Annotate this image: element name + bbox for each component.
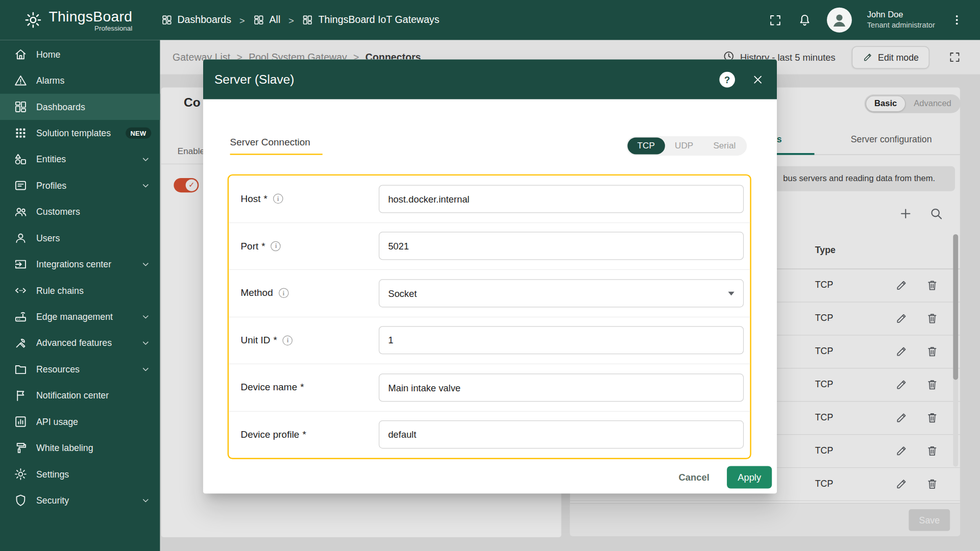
form-row-host: Host*ihost.docker.internal	[229, 176, 750, 222]
device-profile-input[interactable]: default	[379, 420, 744, 448]
sidebar-item-label: Home	[36, 49, 60, 60]
sidebar-item-resources[interactable]: Resources	[0, 356, 160, 382]
chevron-down-icon	[140, 337, 151, 348]
field-label: Methodi	[240, 288, 379, 299]
sidebar-item-white-labeling[interactable]: White labeling	[0, 435, 160, 461]
sidebar-item-label: Notification center	[36, 390, 109, 400]
sidebar-item-notification-center[interactable]: Notification center	[0, 382, 160, 408]
paint-icon	[14, 441, 28, 455]
dashboards-icon	[161, 14, 173, 26]
home-icon	[14, 47, 28, 61]
dashboards-icon	[302, 14, 313, 26]
sidebar-item-dashboards[interactable]: Dashboards	[0, 94, 160, 120]
sidebar-item-label: Resources	[36, 364, 80, 374]
fullscreen-icon[interactable]	[768, 13, 782, 27]
sidebar-item-label: White labeling	[36, 443, 93, 453]
protocol-toggle-group: TCPUDPSerial	[626, 136, 747, 156]
field-label: Device profile*	[240, 429, 379, 440]
notifications-bell-icon[interactable]	[798, 13, 812, 27]
breadcrumb-thingsboard-iot-gateways[interactable]: ThingsBoard IoT Gateways	[302, 14, 439, 26]
protocol-tab-udp[interactable]: UDP	[665, 137, 703, 154]
protocol-tab-serial[interactable]: Serial	[703, 137, 746, 154]
sidebar-item-profiles[interactable]: Profiles	[0, 172, 160, 198]
field-value: Socket	[388, 288, 416, 298]
sidebar-item-edge-management[interactable]: Edge management	[0, 304, 160, 330]
host-input[interactable]: host.docker.internal	[379, 185, 744, 213]
server-connection-form: Host*ihost.docker.internalPort*i5021Meth…	[228, 174, 751, 459]
alarm-icon	[14, 73, 28, 87]
kebab-menu-icon[interactable]	[950, 13, 964, 27]
sidebar-item-customers[interactable]: Customers	[0, 198, 160, 224]
shield-icon	[14, 493, 28, 507]
topbar-right: John Doe Tenant administrator	[768, 8, 980, 33]
sidebar-item-label: Advanced features	[36, 338, 112, 348]
required-asterisk: *	[300, 382, 304, 393]
device-name-input[interactable]: Main intake valve	[379, 373, 744, 402]
sidebar-item-security[interactable]: Security	[0, 487, 160, 513]
sidebar-item-settings[interactable]: Settings	[0, 461, 160, 487]
required-asterisk: *	[264, 193, 267, 205]
dialog-actions: Cancel Apply	[203, 460, 777, 493]
field-value: default	[388, 430, 416, 440]
sidebar-item-advanced-features[interactable]: Advanced features	[0, 330, 160, 356]
apply-button[interactable]: Apply	[727, 466, 772, 488]
topbar: ThingsBoard Professional Dashboards>All>…	[0, 0, 980, 40]
form-row-device-profile: Device profile*default	[229, 411, 750, 458]
sidebar-item-label: Rule chains	[36, 286, 84, 296]
required-asterisk: *	[303, 429, 306, 440]
chevron-down-icon	[140, 364, 151, 375]
sidebar-item-rule-chains[interactable]: Rule chains	[0, 278, 160, 304]
sidebar-item-integrations-center[interactable]: Integrations center	[0, 251, 160, 277]
required-asterisk: *	[261, 240, 265, 252]
user-role: Tenant administrator	[867, 20, 935, 30]
unit-id-input[interactable]: 1	[379, 326, 744, 354]
form-row-unit-id: Unit ID*i1	[229, 317, 750, 364]
sidebar-item-label: Entities	[36, 154, 66, 164]
avatar[interactable]	[827, 8, 852, 33]
brand-text-block: ThingsBoard Professional	[49, 9, 133, 32]
help-icon[interactable]: ?	[719, 71, 735, 87]
dropdown-arrow-icon	[728, 292, 734, 295]
sidebar-item-api-usage[interactable]: API usage	[0, 409, 160, 435]
sidebar-item-entities[interactable]: Entities	[0, 146, 160, 172]
section-title: Server Connection	[230, 137, 323, 155]
protocol-tab-tcp[interactable]: TCP	[627, 137, 665, 154]
cancel-button[interactable]: Cancel	[672, 467, 716, 487]
sidebar-item-users[interactable]: Users	[0, 225, 160, 251]
breadcrumb-dashboards[interactable]: Dashboards	[161, 14, 231, 26]
field-value: 5021	[388, 241, 409, 252]
chevron-down-icon	[140, 495, 151, 506]
server-slave-dialog: Server (Slave) ? Server Connection TCPUD…	[203, 59, 777, 493]
field-label: Device name*	[240, 382, 379, 393]
form-row-device-name: Device name*Main intake valve	[229, 364, 750, 411]
sidebar-item-label: Integrations center	[36, 259, 111, 269]
dialog-title: Server (Slave)	[214, 72, 719, 86]
breadcrumb-all[interactable]: All	[253, 14, 281, 26]
breadcrumb-separator: >	[288, 15, 294, 26]
folder-icon	[14, 362, 28, 376]
user-block[interactable]: John Doe Tenant administrator	[867, 10, 935, 30]
dashboards-icon	[253, 14, 264, 26]
info-icon[interactable]: i	[273, 194, 283, 204]
sidebar-item-home[interactable]: Home	[0, 41, 160, 67]
sidebar-item-label: API usage	[36, 417, 78, 427]
field-label: Unit ID*i	[240, 335, 379, 346]
chart-box-icon	[14, 415, 28, 429]
thingsboard-logo[interactable]: ThingsBoard Professional	[24, 9, 133, 32]
method-select[interactable]: Socket	[379, 279, 744, 307]
gear-icon	[14, 467, 28, 481]
info-icon[interactable]: i	[271, 241, 281, 251]
person-icon	[14, 231, 28, 245]
sidebar-item-alarms[interactable]: Alarms	[0, 67, 160, 93]
input-icon	[14, 257, 28, 271]
sidebar-item-solution-templates[interactable]: Solution templatesNEW	[0, 120, 160, 146]
new-badge: NEW	[126, 128, 152, 139]
close-icon[interactable]	[751, 73, 765, 86]
sidebar-item-label: Alarms	[36, 76, 64, 86]
info-icon[interactable]: i	[279, 288, 289, 298]
port-input[interactable]: 5021	[379, 232, 744, 260]
sidebar-item-label: Solution templates	[36, 128, 111, 138]
field-label: Port*i	[240, 240, 379, 252]
info-icon[interactable]: i	[283, 335, 293, 345]
code-icon	[14, 284, 28, 297]
